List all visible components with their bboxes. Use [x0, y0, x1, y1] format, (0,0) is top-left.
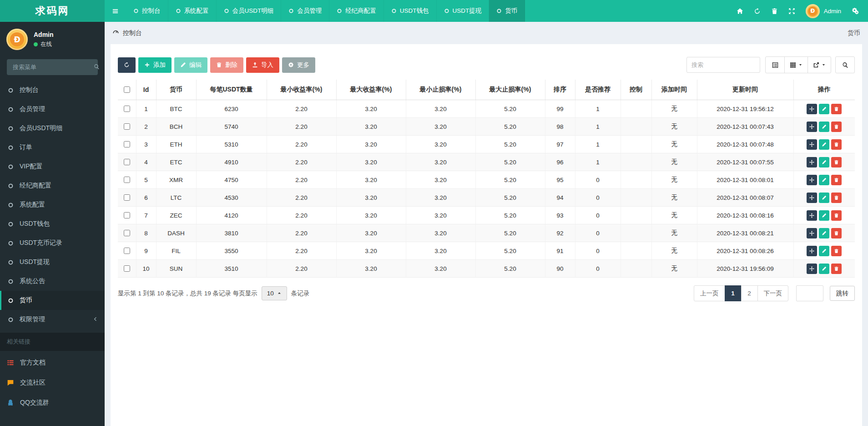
delete-row-button[interactable] — [831, 175, 842, 185]
cell-add-time: 无 — [651, 100, 697, 118]
sidebar-item-orders[interactable]: 订单 — [0, 138, 105, 157]
upload-icon — [252, 62, 258, 68]
sidebar-item-vip-config[interactable]: VIP配置 — [0, 157, 105, 176]
next-page-button[interactable]: 下一页 — [757, 285, 789, 301]
sidebar-item-member-usdt-detail[interactable]: 会员USDT明细 — [0, 119, 105, 138]
add-button[interactable]: 添加 — [138, 57, 172, 73]
sidebar-item-console[interactable]: 控制台 — [0, 81, 105, 100]
row-checkbox[interactable] — [124, 123, 130, 130]
clear-button[interactable] — [771, 8, 778, 15]
edit-row-button[interactable] — [819, 122, 829, 132]
edit-row-button[interactable] — [819, 210, 829, 221]
page-size-dropdown[interactable]: 10 — [262, 286, 287, 300]
move-row-button[interactable] — [807, 139, 817, 150]
edit-row-button[interactable] — [819, 157, 829, 167]
pencil-icon — [822, 160, 827, 165]
delete-row-button[interactable] — [831, 157, 842, 167]
fullscreen-button[interactable] — [788, 8, 795, 15]
jump-button[interactable]: 跳转 — [830, 286, 855, 301]
columns-button[interactable] — [784, 56, 808, 73]
move-row-button[interactable] — [807, 264, 817, 274]
edit-button[interactable]: 编辑 — [174, 57, 207, 73]
sidebar-item-member-manage[interactable]: 会员管理 — [0, 100, 105, 119]
move-row-button[interactable] — [807, 228, 817, 238]
navbar-item-usdt-wallet[interactable]: USDT钱包 — [384, 0, 437, 22]
select-all-checkbox[interactable] — [124, 86, 130, 93]
prev-page-button[interactable]: 上一页 — [694, 285, 725, 301]
edit-row-button[interactable] — [819, 139, 829, 150]
edit-row-button[interactable] — [819, 228, 829, 238]
sidebar-item-usdt-wallet[interactable]: USDT钱包 — [0, 214, 105, 233]
row-checkbox[interactable] — [124, 248, 130, 254]
sidebar-item-currency[interactable]: 货币 — [0, 291, 105, 310]
import-button[interactable]: 导入 — [246, 57, 279, 73]
sidebar-link-qq-group[interactable]: QQ交流群 — [0, 393, 105, 413]
delete-row-button[interactable] — [831, 104, 842, 114]
sidebar-search-input[interactable] — [12, 63, 94, 71]
row-checkbox[interactable] — [124, 106, 130, 112]
move-row-button[interactable] — [807, 104, 817, 114]
delete-row-button[interactable] — [831, 246, 842, 256]
navbar-item-member-manage[interactable]: 会员管理 — [281, 0, 329, 22]
page-button-2[interactable]: 2 — [741, 285, 758, 301]
edit-row-button[interactable] — [819, 264, 829, 274]
edit-row-button[interactable] — [819, 104, 829, 114]
navbar-item-broker-config[interactable]: 经纪商配置 — [329, 0, 384, 22]
move-row-button[interactable] — [807, 175, 817, 185]
row-checkbox[interactable] — [124, 177, 130, 183]
sidebar-toggle-button[interactable] — [105, 0, 126, 22]
brand-logo[interactable]: 求码网 — [0, 0, 105, 22]
row-checkbox[interactable] — [124, 194, 130, 201]
cell-recommend: 0 — [575, 207, 621, 224]
delete-row-button[interactable] — [831, 139, 842, 150]
move-row-button[interactable] — [807, 157, 817, 167]
edit-row-button[interactable] — [819, 175, 829, 185]
move-row-button[interactable] — [807, 210, 817, 221]
page-button-1[interactable]: 1 — [725, 285, 742, 301]
sidebar-item-broker-config[interactable]: 经纪商配置 — [0, 176, 105, 195]
delete-button[interactable]: 删除 — [210, 57, 243, 73]
settings-button[interactable] — [852, 7, 859, 15]
search-button[interactable] — [835, 56, 855, 73]
move-row-button[interactable] — [807, 193, 817, 203]
cell-recommend: 0 — [575, 260, 621, 278]
sidebar-link-official-docs[interactable]: 官方文档 — [0, 353, 105, 373]
row-checkbox[interactable] — [124, 141, 130, 147]
refresh-icon — [124, 62, 130, 68]
sidebar-item-usdt-withdraw[interactable]: USDT提现 — [0, 253, 105, 272]
move-icon — [809, 178, 814, 183]
edit-row-button[interactable] — [819, 193, 829, 203]
delete-row-button[interactable] — [831, 210, 842, 221]
row-checkbox[interactable] — [124, 230, 130, 236]
navbar-item-usdt-withdraw[interactable]: USDT提现 — [437, 0, 490, 22]
sidebar-item-usdt-deposit-record[interactable]: USDT充币记录 — [0, 233, 105, 253]
sidebar-link-community[interactable]: 交流社区 — [0, 373, 105, 393]
delete-row-button[interactable] — [831, 228, 842, 238]
sidebar-item-permission-manage[interactable]: 权限管理 — [0, 310, 105, 329]
row-checkbox[interactable] — [124, 159, 130, 165]
navbar-user[interactable]: Ð Admin — [806, 4, 841, 18]
home-button[interactable] — [737, 8, 743, 15]
breadcrumb[interactable]: 控制台 — [112, 29, 142, 37]
edit-row-button[interactable] — [819, 246, 829, 256]
navbar-item-member-usdt-detail[interactable]: 会员USDT明细 — [217, 0, 282, 22]
delete-row-button[interactable] — [831, 193, 842, 203]
delete-row-button[interactable] — [831, 264, 842, 274]
jump-page-input[interactable] — [796, 285, 823, 301]
move-row-button[interactable] — [807, 246, 817, 256]
navbar-item-currency[interactable]: 货币 — [489, 0, 525, 22]
navbar-item-system-config[interactable]: 系统配置 — [168, 0, 217, 22]
detail-view-button[interactable] — [765, 56, 785, 73]
row-checkbox[interactable] — [124, 212, 130, 218]
more-button[interactable]: 更多 — [282, 57, 315, 73]
row-checkbox[interactable] — [124, 265, 130, 272]
refresh-button[interactable] — [754, 8, 761, 15]
sidebar-item-system-config[interactable]: 系统配置 — [0, 195, 105, 214]
move-row-button[interactable] — [807, 122, 817, 132]
navbar-item-console[interactable]: 控制台 — [126, 0, 168, 22]
sidebar-item-system-notice[interactable]: 系统公告 — [0, 272, 105, 291]
table-search-input[interactable] — [686, 57, 760, 73]
refresh-button[interactable] — [118, 57, 136, 73]
export-button[interactable] — [807, 56, 831, 73]
delete-row-button[interactable] — [831, 122, 842, 132]
